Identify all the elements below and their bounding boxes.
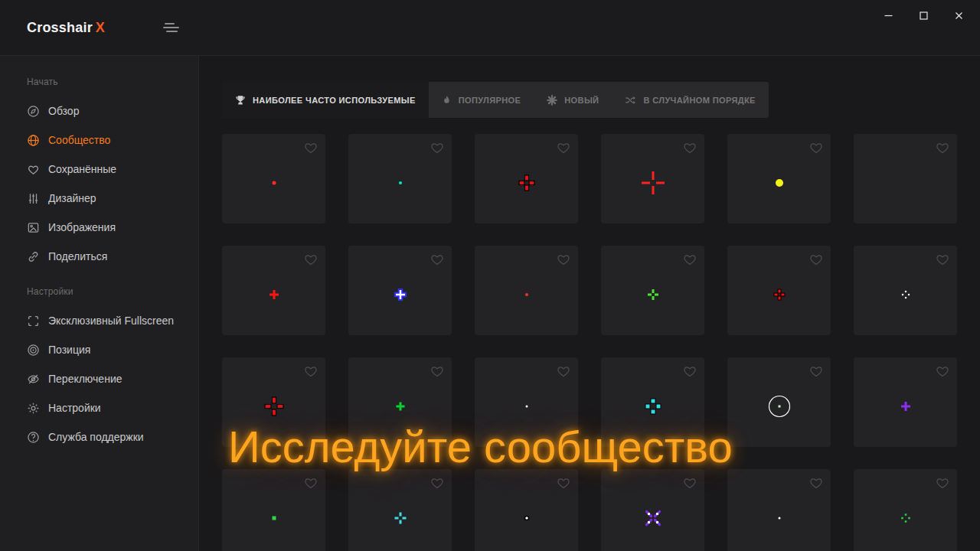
crosshair-card[interactable] xyxy=(348,469,452,551)
crosshair-card[interactable] xyxy=(601,246,704,335)
sidebar-section-label: Начать xyxy=(0,77,198,96)
crosshair-card[interactable] xyxy=(854,357,957,447)
crosshair-card[interactable] xyxy=(601,469,704,551)
sidebar-item-toggle[interactable]: Переключение xyxy=(0,364,198,393)
maximize-icon xyxy=(919,11,929,21)
sidebar-item-label: Дизайнер xyxy=(48,192,96,204)
sidebar-item-position[interactable]: Позиция xyxy=(0,335,198,364)
sidebar-item-share[interactable]: Поделиться xyxy=(0,242,198,271)
sidebar-item-images[interactable]: Изображения xyxy=(0,213,198,242)
favorite-button[interactable] xyxy=(430,475,445,490)
favorite-button[interactable] xyxy=(556,364,571,378)
heart-icon xyxy=(430,252,445,266)
favorite-button[interactable] xyxy=(682,140,697,155)
link-icon xyxy=(27,250,40,263)
favorite-button[interactable] xyxy=(303,140,318,155)
sidebar-item-community[interactable]: Сообщество xyxy=(0,126,198,155)
favorite-button[interactable] xyxy=(808,475,824,490)
tab-most-used[interactable]: НАИБОЛЕЕ ЧАСТО ИСПОЛЬЗУЕМЫЕ xyxy=(222,82,429,118)
crosshair-card[interactable] xyxy=(727,357,831,447)
heart-icon xyxy=(430,140,445,155)
favorite-button[interactable] xyxy=(935,252,950,266)
crosshair-card[interactable] xyxy=(727,469,831,551)
heart-icon xyxy=(303,475,318,490)
sliders-icon xyxy=(27,192,40,205)
crosshair-card[interactable] xyxy=(222,469,325,551)
sidebar-item-overview[interactable]: Обзор xyxy=(0,96,198,126)
favorite-button[interactable] xyxy=(556,140,571,155)
favorite-button[interactable] xyxy=(430,252,445,266)
sidebar-section-label: Настройки xyxy=(0,286,198,306)
crosshair-card[interactable] xyxy=(854,246,957,335)
eye-off-icon xyxy=(27,373,40,386)
crosshair-card[interactable] xyxy=(475,246,578,335)
tab-random[interactable]: В СЛУЧАЙНОМ ПОРЯДКЕ xyxy=(612,82,768,118)
favorite-button[interactable] xyxy=(808,364,824,378)
favorite-button[interactable] xyxy=(303,364,318,378)
sidebar-item-saved[interactable]: Сохранённые xyxy=(0,155,198,184)
heart-icon xyxy=(556,252,571,266)
crosshair-preview xyxy=(635,165,671,201)
sidebar-item-support[interactable]: Служба поддержки xyxy=(0,422,198,452)
logo-text: Crosshair xyxy=(27,20,93,35)
favorite-button[interactable] xyxy=(556,252,571,266)
favorite-button[interactable] xyxy=(935,475,950,490)
favorite-button[interactable] xyxy=(935,140,950,155)
favorite-button[interactable] xyxy=(808,140,824,155)
tab-label: НАИБОЛЕЕ ЧАСТО ИСПОЛЬЗУЕМЫЕ xyxy=(253,96,416,105)
tab-new[interactable]: НОВЫЙ xyxy=(534,82,612,118)
crosshair-preview xyxy=(508,165,545,201)
heart-icon xyxy=(935,475,950,490)
crosshair-card[interactable] xyxy=(348,246,452,335)
heart-icon xyxy=(27,163,40,176)
crosshair-card[interactable] xyxy=(854,469,957,551)
sidebar-section: НастройкиЭксклюзивный FullscreenПозицияП… xyxy=(0,286,198,452)
crosshair-card[interactable] xyxy=(222,134,325,223)
crosshair-preview xyxy=(887,165,924,201)
maximize-button[interactable] xyxy=(911,5,936,26)
heart-icon xyxy=(430,475,445,490)
sidebar-item-label: Обзор xyxy=(48,105,79,117)
crosshair-card[interactable] xyxy=(475,134,578,223)
favorite-button[interactable] xyxy=(430,140,445,155)
favorite-button[interactable] xyxy=(556,475,571,490)
favorite-button[interactable] xyxy=(430,364,445,378)
favorite-button[interactable] xyxy=(303,252,318,266)
image-icon xyxy=(27,221,40,234)
favorite-button[interactable] xyxy=(935,364,950,378)
close-button[interactable] xyxy=(946,5,971,26)
crosshair-grid xyxy=(222,134,957,551)
crosshair-preview xyxy=(635,388,671,425)
favorite-button[interactable] xyxy=(682,475,697,490)
menu-toggle-button[interactable] xyxy=(163,23,181,35)
heart-icon xyxy=(303,252,318,266)
crosshair-preview xyxy=(887,276,924,313)
sidebar-item-exclusive-fullscreen[interactable]: Эксклюзивный Fullscreen xyxy=(0,306,198,335)
sidebar-item-designer[interactable]: Дизайнер xyxy=(0,184,198,213)
crosshair-card[interactable] xyxy=(727,134,831,223)
favorite-button[interactable] xyxy=(682,364,697,378)
heart-icon xyxy=(556,364,571,378)
crosshair-card[interactable] xyxy=(475,469,578,551)
explore-community-headline: Исследуйте сообщество xyxy=(228,422,733,471)
tab-bar: НАИБОЛЕЕ ЧАСТО ИСПОЛЬЗУЕМЫЕПОПУЛЯРНОЕНОВ… xyxy=(222,82,769,118)
crosshair-preview xyxy=(256,165,292,201)
favorite-button[interactable] xyxy=(303,475,318,490)
crosshair-preview xyxy=(761,276,798,313)
favorite-button[interactable] xyxy=(682,252,697,266)
menu-icon xyxy=(165,23,175,24)
tab-label: ПОПУЛЯРНОЕ xyxy=(459,96,521,105)
minimize-button[interactable] xyxy=(876,5,900,26)
crosshair-card[interactable] xyxy=(348,134,452,223)
sidebar-item-settings[interactable]: Настройки xyxy=(0,393,198,422)
trophy-icon xyxy=(235,95,246,106)
sidebar-item-label: Переключение xyxy=(48,373,122,385)
tab-popular[interactable]: ПОПУЛЯРНОЕ xyxy=(429,82,534,118)
favorite-button[interactable] xyxy=(808,252,824,266)
crosshair-preview xyxy=(256,388,292,425)
window-controls xyxy=(876,5,971,26)
crosshair-card[interactable] xyxy=(601,134,704,223)
crosshair-card[interactable] xyxy=(222,246,325,335)
crosshair-card[interactable] xyxy=(727,246,831,335)
crosshair-card[interactable] xyxy=(854,134,957,223)
